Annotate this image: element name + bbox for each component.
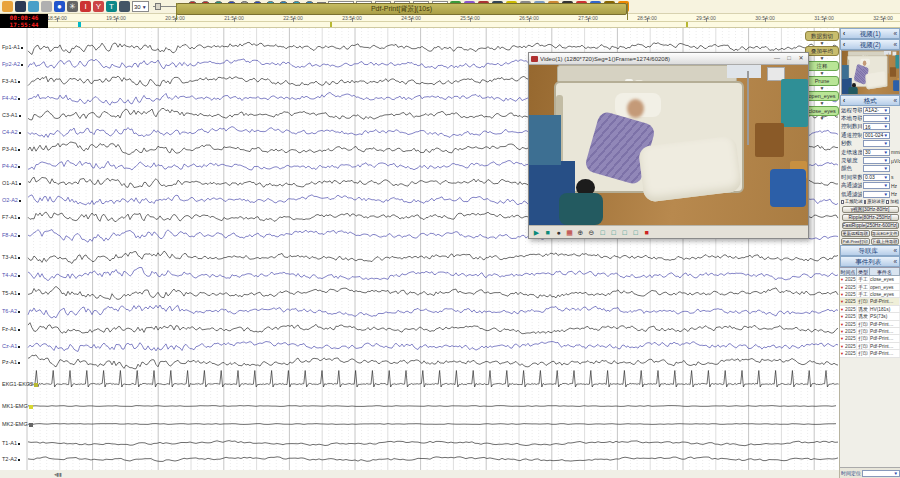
channel-label-T4-A2[interactable]: T4-A2 bbox=[2, 272, 20, 278]
record-icon[interactable]: ● bbox=[554, 228, 563, 237]
collapse-icon[interactable]: « bbox=[893, 29, 897, 39]
minimize-icon[interactable]: — bbox=[772, 54, 782, 63]
channel-label-Fp1-A1[interactable]: Fp1-A1 bbox=[2, 44, 23, 50]
image-map-icon[interactable] bbox=[28, 1, 39, 12]
channel-label-P4-A2[interactable]: P4-A2 bbox=[2, 163, 20, 169]
cam-1-icon[interactable]: □ bbox=[598, 228, 607, 237]
format-select-灵敏度[interactable]: ▼ bbox=[863, 157, 890, 164]
event-marker[interactable] bbox=[686, 22, 688, 27]
open-folder-icon[interactable] bbox=[2, 1, 13, 12]
time-locate-select[interactable]: ▼ bbox=[862, 470, 900, 477]
channel-label-C3-A1[interactable]: C3-A1 bbox=[2, 112, 21, 118]
calipers-icon[interactable]: I bbox=[80, 1, 91, 12]
format-select-本地导联[interactable]: ▼ bbox=[863, 115, 890, 122]
collapse-icon[interactable]: « bbox=[893, 257, 897, 267]
channel-label-MK2-EMG[interactable]: MK2-EMG bbox=[2, 421, 33, 427]
channel-label-F8-A2[interactable]: F8-A2 bbox=[2, 232, 20, 238]
panel-button-导出EDF文件[interactable]: 导出EDF文件 bbox=[871, 230, 900, 237]
zoom-in-icon[interactable]: ⊕ bbox=[576, 228, 585, 237]
channel-label-Pz-A1[interactable]: Pz-A1 bbox=[2, 359, 20, 365]
cam-3-icon[interactable]: □ bbox=[620, 228, 629, 237]
monitor-icon[interactable] bbox=[15, 1, 26, 12]
channel-label-F7-A1[interactable]: F7-A1 bbox=[2, 214, 20, 220]
event-row[interactable]: ▼2025…诱发PS(73s) bbox=[840, 313, 900, 320]
format-select-走纸速度[interactable]: 30▼ bbox=[863, 149, 890, 156]
video2-panel-header[interactable]: ‹ 视频(2) « bbox=[840, 39, 900, 50]
event-row[interactable]: ▼2025…打印Pdf-Print… bbox=[840, 321, 900, 328]
band-button[interactable]: FastRipple[250Hz-600Hz] bbox=[842, 222, 899, 229]
settings-gear-icon[interactable]: ✳ bbox=[67, 1, 78, 12]
channel-label-Fz-A1[interactable]: Fz-A1 bbox=[2, 326, 20, 332]
stop-icon[interactable]: ■ bbox=[543, 228, 552, 237]
channel-label-Fp2-A2[interactable]: Fp2-A2 bbox=[2, 61, 23, 67]
channel-label-T1-A1[interactable]: T1-A1 bbox=[2, 440, 20, 446]
channel-label-MK1-EMG[interactable]: MK1-EMG bbox=[2, 403, 33, 409]
horizontal-scrollbar[interactable]: ◂▮▮ bbox=[54, 471, 62, 477]
grid-view-icon[interactable]: ▦ bbox=[565, 228, 574, 237]
channel-label-Cz-A1[interactable]: Cz-A1 bbox=[2, 343, 20, 349]
close-icon[interactable]: ✕ bbox=[796, 54, 806, 63]
video2-thumbnail[interactable] bbox=[841, 50, 900, 95]
event-row[interactable]: ▼2025…手工close_eyes bbox=[840, 276, 900, 283]
format-panel-header[interactable]: ‹ 格式 « bbox=[840, 95, 900, 106]
channel-label-F4-A2[interactable]: F4-A2 bbox=[2, 95, 20, 101]
video-window[interactable]: Video(1) (1280*720)Seg=1()Frame=1274/602… bbox=[528, 52, 809, 239]
event-row[interactable]: ▼2025…打印Pdf-Print… bbox=[840, 328, 900, 335]
video-title-bar[interactable]: Video(1) (1280*720)Seg=1()Frame=1274/602… bbox=[529, 53, 808, 65]
expand-left-icon[interactable]: ‹ bbox=[843, 29, 845, 39]
checkbox-工频陷波[interactable] bbox=[841, 200, 844, 204]
format-select-颜色[interactable]: ▼ bbox=[863, 165, 890, 172]
event-button-dropdown[interactable]: ▼ bbox=[805, 116, 839, 121]
video1-panel-header[interactable]: ‹ 视频(1) « bbox=[840, 28, 900, 39]
wave-tool-icon[interactable]: T bbox=[106, 1, 117, 12]
expand-left-icon[interactable]: ‹ bbox=[843, 96, 845, 106]
cam-4-icon[interactable]: □ bbox=[631, 228, 640, 237]
event-row[interactable]: ▼2025…打印Pdf-Print… bbox=[840, 298, 900, 305]
channel-label-T5-A1[interactable]: T5-A1 bbox=[2, 290, 20, 296]
channel-label-O1-A1[interactable]: O1-A1 bbox=[2, 180, 21, 186]
channel-label-T2-A2[interactable]: T2-A2 bbox=[2, 456, 20, 462]
format-select-控制数目[interactable]: 16▼ bbox=[863, 123, 890, 130]
event-row[interactable]: ▼2025…手工open_eyes bbox=[840, 284, 900, 291]
event-row[interactable]: ▼2025…手工close_eyes bbox=[840, 291, 900, 298]
channel-label-O2-A2[interactable]: O2-A2 bbox=[2, 197, 21, 203]
close-video-icon[interactable]: ■ bbox=[642, 228, 651, 237]
collapse-icon[interactable]: « bbox=[893, 40, 897, 50]
event-row[interactable]: ▼2025…诱发HV(181s) bbox=[840, 306, 900, 313]
collapse-icon[interactable]: « bbox=[893, 246, 897, 256]
event-marker[interactable] bbox=[330, 22, 332, 27]
event-column-header[interactable]: 类型 bbox=[857, 268, 870, 275]
patient-icon[interactable]: Y bbox=[93, 1, 104, 12]
channel-label-EKG1-EKG2[interactable]: EKG1-EKG2 bbox=[2, 381, 38, 387]
event-row[interactable]: ▼2025…打印Pdf-Print… bbox=[840, 343, 900, 350]
maximize-icon[interactable]: □ bbox=[784, 54, 794, 63]
event-row[interactable]: ▼2025…打印Pdf-Print… bbox=[840, 335, 900, 342]
band-button[interactable]: Ripple[80Hz-250Hz] bbox=[842, 214, 899, 221]
page-seconds-select[interactable]: 30▼ bbox=[132, 1, 149, 12]
format-select-低通滤波[interactable]: ▼ bbox=[863, 191, 890, 198]
checkbox-原始波形[interactable] bbox=[864, 200, 867, 204]
selection-end-handle[interactable] bbox=[627, 3, 628, 20]
info-disc-icon[interactable]: ● bbox=[54, 1, 65, 12]
format-select-秒数[interactable]: ▼ bbox=[863, 140, 890, 147]
printer-icon[interactable] bbox=[119, 1, 130, 12]
format-select-通道控制[interactable]: 001-024▼ bbox=[863, 132, 890, 139]
collapse-icon[interactable]: « bbox=[893, 96, 897, 106]
checkbox-加粗[interactable] bbox=[886, 200, 889, 204]
format-select-远程导联[interactable]: 标准 A1A2-右▼ bbox=[863, 107, 890, 114]
panel-button-更新远程导联[interactable]: 更新远程导联 bbox=[841, 230, 870, 237]
selection-start-handle[interactable] bbox=[176, 3, 177, 20]
event-column-header[interactable]: 时间点 bbox=[840, 268, 857, 275]
band-button[interactable]: γ视图[30Hz-80Hz] bbox=[842, 206, 899, 213]
format-select-时间常数[interactable]: 0.03▼ bbox=[863, 174, 890, 181]
event-column-header[interactable]: 事件名 bbox=[870, 268, 900, 275]
panel-button-Pdf-Print打印[interactable]: Pdf-Print打印 bbox=[841, 238, 870, 245]
playhead-marker[interactable] bbox=[78, 22, 81, 27]
zoom-out-icon[interactable]: ⊖ bbox=[587, 228, 596, 237]
library-panel-header[interactable]: 导联库 « bbox=[840, 245, 900, 256]
recording-timeline[interactable]: 00:00:46 17:55:44 18:54:0019:54:0020:54:… bbox=[0, 14, 900, 28]
panel-button-下载上传导联[interactable]: 下载上传导联 bbox=[871, 238, 900, 245]
channel-label-P3-A1[interactable]: P3-A1 bbox=[2, 146, 20, 152]
play-icon[interactable]: ▶ bbox=[532, 228, 541, 237]
channel-label-T3-A1[interactable]: T3-A1 bbox=[2, 254, 20, 260]
